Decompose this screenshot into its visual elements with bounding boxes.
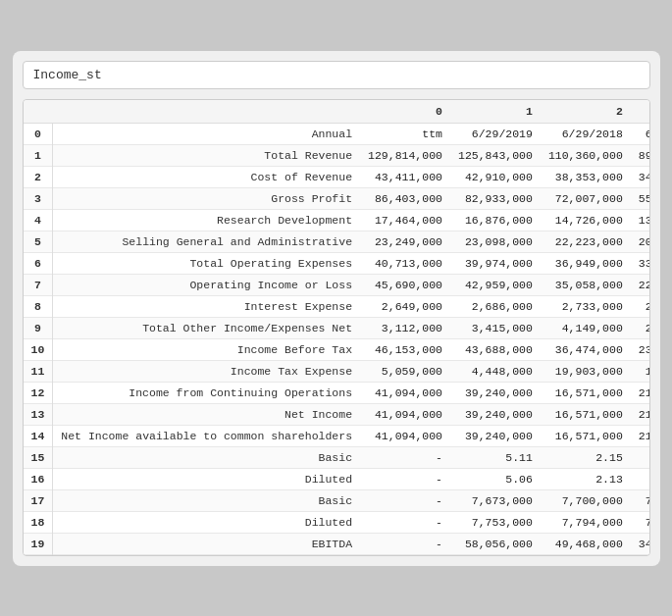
row-value-1: 23,098,000 [450, 231, 541, 252]
row-index: 8 [24, 295, 53, 317]
row-value-0: 40,713,000 [360, 252, 450, 274]
row-value-0: 41,094,000 [360, 403, 450, 425]
row-value-3: 22,632,000 [631, 274, 650, 295]
row-index: 0 [24, 123, 53, 144]
row-value-3: 34,149,000 [631, 533, 650, 554]
row-value-3: 13,037,000 [631, 209, 650, 231]
row-label: Research Development [53, 209, 360, 231]
row-index: 19 [24, 533, 53, 554]
row-index: 17 [24, 489, 53, 511]
row-index: 10 [24, 338, 53, 360]
table-row: 11Income Tax Expense5,059,0004,448,00019… [24, 360, 650, 382]
table-row: 2Cost of Revenue43,411,00042,910,00038,3… [24, 166, 650, 187]
row-value-2: 2.13 [541, 468, 631, 489]
row-value-0: 17,464,000 [360, 209, 450, 231]
row-index: 13 [24, 403, 53, 425]
row-label: Net Income available to common sharehold… [53, 425, 360, 446]
row-value-3: 33,057,000 [631, 252, 650, 274]
table-row: 10Income Before Tax46,153,00043,688,0003… [24, 338, 650, 360]
row-label: Diluted [53, 468, 360, 489]
row-label: Net Income [53, 403, 360, 425]
row-label: Interest Expense [53, 295, 360, 317]
row-value-3: 2.71 [631, 468, 650, 489]
row-label: Basic [53, 446, 360, 468]
row-value-3: 6/29/2017 [631, 123, 650, 144]
row-value-2: 16,571,000 [541, 382, 631, 403]
row-value-0: - [360, 533, 450, 554]
row-value-0: 45,690,000 [360, 274, 450, 295]
row-value-3: 1,945,000 [631, 360, 650, 382]
row-value-0: 41,094,000 [360, 382, 450, 403]
table-row: 13Net Income41,094,00039,240,00016,571,0… [24, 403, 650, 425]
row-value-2: 7,700,000 [541, 489, 631, 511]
row-value-3: 2,739,000 [631, 317, 650, 338]
row-value-3: 20,020,000 [631, 231, 650, 252]
row-value-1: 7,673,000 [450, 489, 541, 511]
row-value-1: 2,686,000 [450, 295, 541, 317]
row-index: 9 [24, 317, 53, 338]
col-label-header [53, 100, 360, 124]
row-value-2: 16,571,000 [541, 403, 631, 425]
row-value-1: 39,240,000 [450, 403, 541, 425]
row-value-2: 14,726,000 [541, 209, 631, 231]
row-value-0: 23,249,000 [360, 231, 450, 252]
row-value-1: 39,240,000 [450, 382, 541, 403]
row-label: Total Revenue [53, 144, 360, 166]
row-value-1: 58,056,000 [450, 533, 541, 554]
table-row: 3Gross Profit86,403,00082,933,00072,007,… [24, 187, 650, 209]
row-value-2: 16,571,000 [541, 425, 631, 446]
row-label: Selling General and Administrative [53, 231, 360, 252]
row-label: Operating Income or Loss [53, 274, 360, 295]
row-index: 11 [24, 360, 53, 382]
main-container: Income_st 0 1 2 3 4 5 0Annualttm6/29/201… [13, 51, 660, 566]
row-value-3: 23,149,000 [631, 338, 650, 360]
row-label: Cost of Revenue [53, 166, 360, 187]
row-value-3: 2,222,000 [631, 295, 650, 317]
row-value-2: 22,223,000 [541, 231, 631, 252]
row-value-3: 55,689,000 [631, 187, 650, 209]
table-row: 9Total Other Income/Expenses Net3,112,00… [24, 317, 650, 338]
row-value-0: - [360, 489, 450, 511]
row-index: 18 [24, 511, 53, 533]
table-row: 0Annualttm6/29/20196/29/20186/29/20176/2… [24, 123, 650, 144]
row-index: 1 [24, 144, 53, 166]
row-index: 15 [24, 446, 53, 468]
row-label: Diluted [53, 511, 360, 533]
table-row: 17Basic-7,673,0007,700,0007,746,0007,925… [24, 489, 650, 511]
table-row: 15Basic-5.112.152.742.12 [24, 446, 650, 468]
row-label: EBITDA [53, 533, 360, 554]
row-value-2: 7,794,000 [541, 511, 631, 533]
table-row: 18Diluted-7,753,0007,794,0007,832,0008,0… [24, 511, 650, 533]
row-index: 12 [24, 382, 53, 403]
row-value-2: 4,149,000 [541, 317, 631, 338]
row-value-0: 43,411,000 [360, 166, 450, 187]
row-value-0: - [360, 446, 450, 468]
row-value-1: 5.11 [450, 446, 541, 468]
row-label: Total Operating Expenses [53, 252, 360, 274]
table-row: 16Diluted-5.062.132.712.10 [24, 468, 650, 489]
row-value-2: 110,360,000 [541, 144, 631, 166]
row-value-0: 129,814,000 [360, 144, 450, 166]
title-text: Income_st [33, 68, 102, 82]
row-value-2: 35,058,000 [541, 274, 631, 295]
table-row: 6Total Operating Expenses40,713,00039,97… [24, 252, 650, 274]
row-value-2: 36,474,000 [541, 338, 631, 360]
income-table: 0 1 2 3 4 5 0Annualttm6/29/20196/29/2018… [24, 100, 650, 555]
row-value-1: 42,959,000 [450, 274, 541, 295]
row-index: 3 [24, 187, 53, 209]
row-value-2: 49,468,000 [541, 533, 631, 554]
row-value-1: 43,688,000 [450, 338, 541, 360]
table-wrapper: 0 1 2 3 4 5 0Annualttm6/29/20196/29/2018… [23, 99, 650, 556]
table-row: 1Total Revenue129,814,000125,843,000110,… [24, 144, 650, 166]
row-label: Gross Profit [53, 187, 360, 209]
row-value-2: 36,949,000 [541, 252, 631, 274]
row-value-0: - [360, 468, 450, 489]
row-value-1: 6/29/2019 [450, 123, 541, 144]
row-label: Annual [53, 123, 360, 144]
row-value-3: 21,204,000 [631, 382, 650, 403]
col-0-header: 0 [360, 100, 450, 124]
table-row: 4Research Development17,464,00016,876,00… [24, 209, 650, 231]
row-index: 5 [24, 231, 53, 252]
row-value-0: 86,403,000 [360, 187, 450, 209]
row-label: Income Tax Expense [53, 360, 360, 382]
